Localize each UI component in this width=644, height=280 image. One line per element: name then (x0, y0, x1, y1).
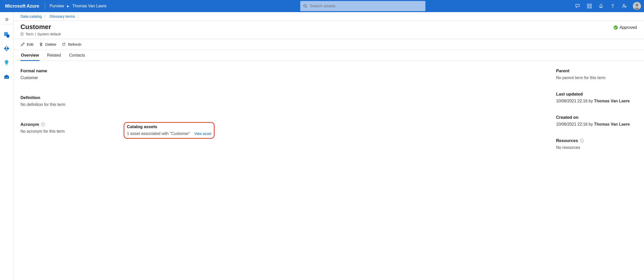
catalog-assets-highlight: Catalog assets 1 asset associated with "… (124, 122, 215, 139)
search-icon (303, 4, 307, 8)
settings-person-icon[interactable] (621, 3, 627, 9)
field-created-on: Created on 10/08/2021 22:16 by Thomas Va… (556, 115, 637, 127)
overview-content: Formal name Customer Definition No defin… (13, 61, 644, 169)
trash-icon (39, 42, 43, 46)
field-last-updated: Last updated 10/08/2021 22:16 by Thomas … (556, 92, 637, 103)
formal-name-value: Customer (20, 76, 228, 80)
edit-label: Edit (27, 42, 33, 46)
refresh-button[interactable]: Refresh (62, 42, 81, 46)
info-icon[interactable]: i (580, 139, 584, 143)
parent-value: No parent term for this term (556, 76, 637, 80)
last-updated-value: 10/08/2021 22:16 by Thomas Van Laere (556, 99, 637, 103)
search-box[interactable] (300, 1, 425, 11)
svg-point-7 (623, 4, 625, 6)
formal-name-label: Formal name (20, 68, 228, 74)
svg-point-10 (635, 4, 638, 7)
term-icon (20, 32, 24, 36)
edit-icon (20, 42, 25, 46)
svg-point-8 (625, 6, 626, 7)
rail-item-data-map[interactable] (2, 43, 12, 54)
breadcrumb-link-0[interactable]: Data catalog (20, 14, 42, 18)
header-crumb-0[interactable]: Purview (50, 4, 64, 8)
chevron-right-icon: 〉 (44, 14, 47, 18)
rail-item-data-catalog[interactable] (2, 29, 12, 39)
created-on-value: 10/08/2021 22:16 by Thomas Van Laere (556, 122, 637, 127)
breadcrumb: Data catalog 〉 Glossary terms 〉 (13, 12, 644, 21)
avatar[interactable] (633, 2, 641, 10)
svg-point-20 (7, 62, 8, 62)
chevron-right-icon: 〉 (78, 14, 80, 18)
svg-rect-3 (590, 4, 591, 6)
tab-overview[interactable]: Overview (20, 50, 39, 61)
check-icon (614, 26, 618, 30)
expand-nav-button[interactable] (0, 15, 13, 24)
svg-rect-21 (4, 76, 9, 79)
info-icon[interactable]: i (41, 123, 45, 126)
field-definition: Definition No definition for this term (20, 95, 228, 107)
field-formal-name: Formal name Customer (20, 68, 228, 80)
subtitle-template: System default (37, 32, 61, 36)
svg-point-16 (6, 46, 7, 48)
last-updated-label: Last updated (556, 92, 637, 97)
delete-button[interactable]: Delete (39, 42, 56, 46)
feedback-icon[interactable] (575, 3, 581, 9)
refresh-icon (62, 42, 66, 46)
rail-item-insights[interactable] (2, 58, 12, 68)
svg-rect-4 (587, 7, 589, 8)
parent-label: Parent (556, 68, 637, 74)
toolbar: Edit Delete Refresh (13, 39, 644, 50)
svg-point-14 (7, 36, 9, 38)
subtitle-sep: | (35, 32, 36, 36)
edit-button[interactable]: Edit (20, 42, 33, 46)
field-catalog-assets: Catalog assets 1 asset associated with "… (127, 122, 228, 145)
created-on-label: Created on (556, 115, 637, 120)
definition-value: No definition for this term (20, 102, 228, 107)
chevron-right-icon: ▶ (67, 4, 69, 8)
svg-point-6 (612, 7, 613, 8)
tab-contacts[interactable]: Contacts (68, 50, 85, 61)
subtitle-type: Term (26, 32, 33, 36)
field-resources: Resources i No resources (556, 138, 637, 150)
search-input[interactable] (310, 4, 422, 8)
svg-rect-5 (590, 7, 591, 8)
header-divider (45, 3, 45, 9)
catalog-assets-value: 1 asset associated with "Customer" (127, 131, 190, 136)
svg-rect-23 (5, 78, 8, 78)
svg-line-1 (306, 7, 307, 8)
breadcrumb-link-1[interactable]: Glossary terms (50, 14, 75, 18)
notifications-icon[interactable] (598, 3, 604, 9)
tab-related[interactable]: Related (47, 50, 61, 61)
brand-label[interactable]: Microsoft Azure (5, 4, 44, 9)
left-nav-rail (0, 12, 13, 280)
acronym-value: No acronym for this term (20, 129, 122, 134)
resources-value: No resources (556, 145, 637, 150)
page-header: Customer Term | System default Approved (13, 21, 644, 39)
svg-rect-22 (6, 75, 8, 76)
acronym-label: Acronym i (20, 122, 122, 127)
rail-item-management[interactable] (2, 72, 12, 82)
tabs: Overview Related Contacts (13, 50, 644, 61)
svg-point-19 (6, 62, 6, 62)
svg-rect-2 (587, 4, 589, 6)
top-header: Microsoft Azure Purview ▶ Thomas Van Lae… (0, 0, 644, 12)
page-subtitle: Term | System default (20, 32, 61, 36)
status-text: Approved (620, 25, 637, 30)
catalog-assets-label: Catalog assets (127, 124, 211, 129)
status-badge: Approved (614, 23, 637, 30)
header-tools (569, 2, 641, 10)
resources-label: Resources i (556, 138, 637, 143)
svg-point-0 (304, 5, 306, 7)
field-acronym: Acronym i No acronym for this term (20, 122, 122, 134)
header-crumb-1[interactable]: Thomas Van Laere (72, 4, 106, 8)
field-parent: Parent No parent term for this term (556, 68, 637, 80)
help-icon[interactable] (610, 3, 616, 9)
main-content: Data catalog 〉 Glossary terms 〉 Customer… (13, 12, 644, 280)
refresh-label: Refresh (68, 42, 81, 46)
delete-label: Delete (45, 42, 56, 46)
definition-label: Definition (20, 95, 228, 100)
header-breadcrumb: Purview ▶ Thomas Van Laere (46, 4, 106, 8)
view-asset-link[interactable]: View asset (194, 132, 211, 136)
page-title: Customer (20, 23, 61, 31)
directories-icon[interactable] (586, 3, 592, 9)
